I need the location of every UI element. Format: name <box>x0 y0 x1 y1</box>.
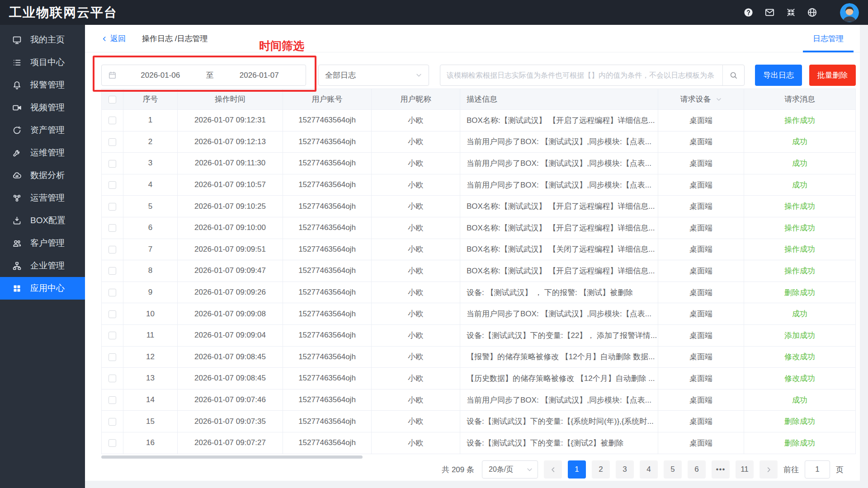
sidebar-item-label: 客户管理 <box>30 237 65 249</box>
goto-page-input[interactable] <box>805 460 830 479</box>
cell-description: 当前用户同步了BOX: 【测试武汉】,同步模块:【点表... <box>460 153 658 174</box>
row-checkbox[interactable] <box>108 353 116 361</box>
row-checkbox[interactable] <box>108 224 116 232</box>
row-checkbox[interactable] <box>108 138 116 146</box>
topbar: 工业物联网云平台 <box>0 0 868 25</box>
pager-page-5[interactable]: 5 <box>664 460 682 479</box>
sidebar-item-label: 企业管理 <box>30 260 65 272</box>
chevron-left-icon <box>550 466 557 473</box>
row-checkbox[interactable] <box>108 310 116 318</box>
sidebar-item-customer-mgmt[interactable]: 客户管理 <box>0 232 85 254</box>
date-range-picker[interactable]: 2026-01-06 至 2026-01-07 <box>101 65 306 86</box>
cell-time: 2026-01-07 09:07:27 <box>178 432 283 454</box>
wrench-icon <box>12 148 22 158</box>
breadcrumb: 操作日志 /日志管理 <box>142 25 208 52</box>
cell-description: BOX名称:【测试武汉】 【开启了远程编程】详细信息... <box>460 217 658 239</box>
search-input[interactable] <box>440 65 722 85</box>
row-checkbox[interactable] <box>108 160 116 168</box>
select-all-checkbox[interactable] <box>108 96 116 103</box>
mail-icon[interactable] <box>764 7 775 18</box>
content-card: 返回 操作日志 /日志管理 日志管理 时间筛选 2026-01-06 至 202… <box>85 25 860 481</box>
search-button[interactable] <box>722 65 744 85</box>
language-icon[interactable] <box>807 7 817 18</box>
horizontal-scrollbar[interactable] <box>101 455 363 459</box>
cell-time: 2026-01-07 09:08:45 <box>178 346 283 368</box>
cell-nickname: 小欧 <box>372 239 460 260</box>
sidebar-item-alarm-mgmt[interactable]: 报警管理 <box>0 74 85 96</box>
row-checkbox[interactable] <box>108 396 116 404</box>
cell-description: 当前用户同步了BOX: 【测试武汉】,同步模块:【点表... <box>460 174 658 196</box>
sidebar-item-project-center[interactable]: 项目中心 <box>0 51 85 74</box>
pager-page-6[interactable]: 6 <box>688 460 706 479</box>
cell-seq: 14 <box>123 389 178 411</box>
table-row: 1 2026-01-07 09:12:31 15277463564ojh 小欧 … <box>102 110 856 131</box>
sidebar-item-box-config[interactable]: BOX配置 <box>0 209 85 232</box>
pager-page-4[interactable]: 4 <box>640 460 658 479</box>
header-account: 用户账号 <box>283 89 372 110</box>
sidebar-item-app-center[interactable]: 应用中心 <box>0 277 85 300</box>
chevron-down-icon <box>526 466 533 473</box>
back-button[interactable]: 返回 <box>101 25 126 52</box>
cell-account: 15277463564ojh <box>283 239 372 260</box>
users-icon <box>12 239 22 248</box>
sidebar-item-data-analysis[interactable]: 数据分析 <box>0 164 85 187</box>
row-checkbox[interactable] <box>108 375 116 382</box>
cell-status: 删除成功 <box>744 282 856 303</box>
row-checkbox[interactable] <box>108 267 116 275</box>
cell-time: 2026-01-07 09:09:08 <box>178 303 283 325</box>
cell-account: 15277463564ojh <box>283 346 372 368</box>
chevron-down-icon <box>415 72 422 79</box>
cell-nickname: 小欧 <box>372 217 460 239</box>
sidebar-item-operation-mgmt[interactable]: 运营管理 <box>0 187 85 209</box>
prev-page-button[interactable] <box>544 460 562 479</box>
compress-icon[interactable] <box>786 7 796 18</box>
log-table: 序号 操作时间 用户账号 用户昵称 描述信息 请求设备 请求消息 <box>101 89 855 454</box>
date-end-value[interactable]: 2026-01-07 <box>219 71 300 80</box>
log-type-select[interactable]: 全部日志 <box>318 65 429 86</box>
batch-delete-button[interactable]: 批量删除 <box>809 65 856 86</box>
pager-page-3[interactable]: 3 <box>616 460 634 479</box>
cell-device: 桌面端 <box>658 368 744 389</box>
bell-icon <box>12 80 22 90</box>
sidebar-item-asset-mgmt[interactable]: 资产管理 <box>0 119 85 141</box>
cell-description: BOX名称:【测试武汉】 【关闭了远程编程】详细信息... <box>460 239 658 260</box>
cell-device: 桌面端 <box>658 346 744 368</box>
row-checkbox[interactable] <box>108 117 116 124</box>
cell-seq: 2 <box>123 131 178 153</box>
row-checkbox[interactable] <box>108 246 116 253</box>
cell-account: 15277463564ojh <box>283 432 372 454</box>
cell-nickname: 小欧 <box>372 389 460 411</box>
pager-ellipsis[interactable]: ••• <box>712 460 730 479</box>
cell-account: 15277463564ojh <box>283 368 372 389</box>
row-checkbox[interactable] <box>108 439 116 447</box>
help-icon[interactable] <box>743 7 754 18</box>
tab-log-management[interactable]: 日志管理 <box>797 25 860 52</box>
row-checkbox[interactable] <box>108 203 116 211</box>
pager-page-2[interactable]: 2 <box>592 460 610 479</box>
row-checkbox[interactable] <box>108 181 116 189</box>
sidebar-item-home[interactable]: 我的主页 <box>0 28 85 51</box>
sidebar-item-ops-mgmt[interactable]: 运维管理 <box>0 141 85 164</box>
export-logs-button[interactable]: 导出日志 <box>755 65 802 86</box>
sidebar-item-video-mgmt[interactable]: 视频管理 <box>0 96 85 119</box>
next-page-button[interactable] <box>760 460 778 479</box>
cell-description: BOX名称:【测试武汉】 【开启了远程编程】详细信息... <box>460 110 658 131</box>
date-start-value[interactable]: 2026-01-06 <box>120 71 201 80</box>
row-checkbox[interactable] <box>108 289 116 296</box>
annotation-time-filter: 时间筛选 <box>259 38 304 53</box>
row-checkbox[interactable] <box>108 418 116 426</box>
header-message: 请求消息 <box>744 89 856 110</box>
sidebar-item-label: 项目中心 <box>30 56 65 68</box>
user-avatar[interactable] <box>840 3 859 22</box>
cell-nickname: 小欧 <box>372 411 460 432</box>
row-checkbox[interactable] <box>108 332 116 339</box>
avatar-image <box>840 3 859 22</box>
device-filter-chevron-icon[interactable] <box>716 96 722 103</box>
goto-label: 前往 <box>783 465 799 475</box>
cell-description: BOX名称:【测试武汉】 【开启了远程编程】详细信息... <box>460 196 658 217</box>
sidebar-item-enterprise-mgmt[interactable]: 企业管理 <box>0 254 85 277</box>
pager-page-11[interactable]: 11 <box>736 460 754 479</box>
page-size-select[interactable]: 20条/页 <box>482 460 538 479</box>
pager-page-1[interactable]: 1 <box>568 460 586 479</box>
cell-device: 桌面端 <box>658 174 744 196</box>
